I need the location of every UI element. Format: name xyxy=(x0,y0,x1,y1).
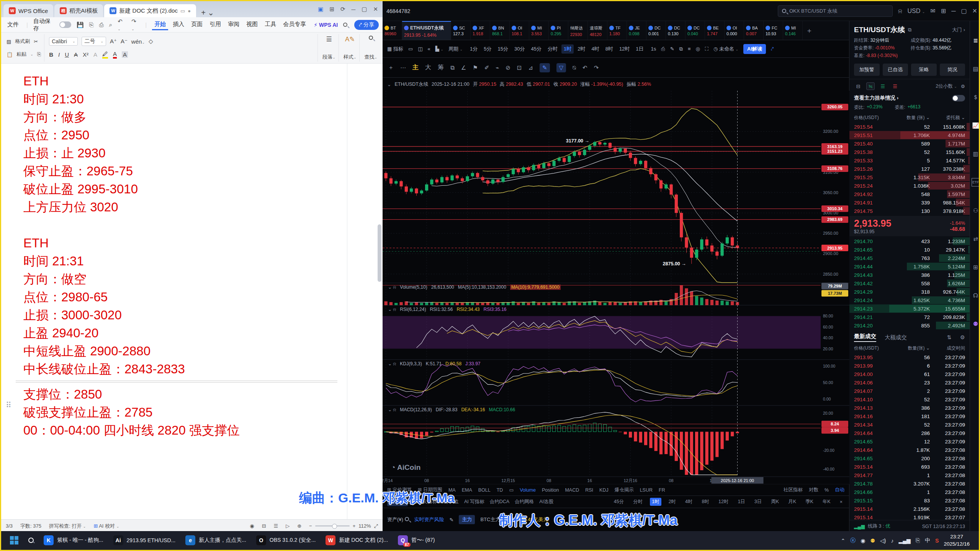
bell-icon[interactable]: ⍾ xyxy=(898,8,902,15)
ticker-DC[interactable]: DC0.130 xyxy=(666,21,686,40)
tf2-周K[interactable]: 周K xyxy=(769,498,781,506)
tf-45分[interactable]: 45分 xyxy=(528,44,543,54)
search-icon[interactable] xyxy=(343,23,347,27)
tf2-4时[interactable]: 4时 xyxy=(683,498,694,506)
tf-1日[interactable]: 1日 xyxy=(633,44,646,54)
add-ticker-button[interactable]: ＋ xyxy=(803,21,816,40)
trash-icon[interactable]: ⍉ xyxy=(573,64,576,71)
cast-icon[interactable]: ▣ xyxy=(318,6,323,13)
ticker-PI[interactable]: PI0.295 xyxy=(549,21,568,40)
ticker-JE[interactable]: JE0.098 xyxy=(627,21,646,40)
trade-row[interactable]: 2913.955623:27:09 xyxy=(849,353,970,361)
trade-row[interactable]: 2914.6428623:27:09 xyxy=(849,429,970,437)
ticker-DC[interactable]: DC0.040 xyxy=(686,21,705,40)
minimize-button[interactable]: ─ xyxy=(352,6,356,13)
tab-latest-trades[interactable]: 最新成交 xyxy=(854,333,876,342)
indicator-tab-FR[interactable]: FR xyxy=(659,487,665,493)
ticker-BT[interactable]: BT86960 xyxy=(383,21,402,40)
tf-8时[interactable]: 8时 xyxy=(603,44,615,54)
text-effect-button[interactable]: A xyxy=(93,51,97,58)
decrease-font-button[interactable]: A⁻ xyxy=(121,38,128,45)
trade-row[interactable]: 2915.1469323:27:08 xyxy=(849,463,970,471)
trade-row[interactable]: 2915.158323:27:08 xyxy=(849,496,970,505)
book-mode-2-icon[interactable]: ≒ xyxy=(866,82,875,90)
bid-row[interactable]: 2914.208552.492M xyxy=(849,321,970,330)
ticker-OI[interactable]: OI108.1 xyxy=(510,21,529,40)
ticker-纳斯达[interactable]: 纳斯达22930 xyxy=(568,21,588,40)
stats-icon[interactable]: ▥ xyxy=(972,150,980,158)
ask-row[interactable]: 2915.511.706K4.974M xyxy=(849,131,970,139)
ai-interpret-button[interactable]: AI解读 xyxy=(743,44,766,54)
format-painter-button[interactable]: ▨格式刷✂ xyxy=(7,35,41,47)
usb-icon[interactable]: ⎘ xyxy=(916,537,920,544)
tf2-年K[interactable]: 年K xyxy=(821,498,833,506)
tab-chips[interactable]: 筹 xyxy=(438,64,444,72)
tf-12时[interactable]: 12时 xyxy=(617,44,632,54)
tf2-季K[interactable]: 季K xyxy=(803,498,815,506)
line-tool-icon[interactable]: ∠ xyxy=(461,64,466,71)
ticker-BE[interactable]: BE1.747 xyxy=(705,21,725,40)
book-mode-3-icon[interactable]: ☰ xyxy=(879,82,887,90)
start-button[interactable] xyxy=(5,531,23,550)
layout-icon[interactable]: ⊞ xyxy=(972,263,980,271)
zoom-out-button[interactable]: − xyxy=(309,523,312,529)
trade-row[interactable]: 2914.1618123:27:09 xyxy=(849,412,970,420)
indicator-tab-KDJ[interactable]: KDJ xyxy=(599,487,609,493)
currency-select[interactable]: USD ⌄ xyxy=(908,8,925,15)
volume-icon[interactable]: ◁) xyxy=(880,538,886,544)
tab-current-doc[interactable]: W 新建 DOC 文档 (2).doc ▭ ● xyxy=(104,4,196,17)
tray-expand-icon[interactable]: ⌃ xyxy=(841,538,845,544)
lock-icon[interactable]: ⊡ xyxy=(517,64,522,71)
tf2-12时[interactable]: 12时 xyxy=(717,498,730,506)
ribbon-tab-引用[interactable]: 引用 xyxy=(207,20,223,30)
play-icon[interactable]: ▷ xyxy=(286,523,290,529)
page-layout-icon[interactable]: ⊟ xyxy=(262,523,266,529)
zoom-in-button[interactable]: + xyxy=(353,523,356,529)
chart-opt-%[interactable]: % xyxy=(825,487,829,493)
chart-opt-社区指标[interactable]: 社区指标 xyxy=(784,487,803,493)
whale-orders-link[interactable]: 查看主力挂单情况 › xyxy=(849,93,970,103)
etf-icon[interactable]: ETF xyxy=(972,178,980,186)
paragraph-drag-handle[interactable]: ⠿ xyxy=(6,401,11,410)
res-1s[interactable]: 1s xyxy=(651,46,656,52)
realtime-risk-link[interactable]: 实时资产风险 xyxy=(414,516,444,523)
bid-row[interactable]: 2914.241.625K4.736M xyxy=(849,296,970,304)
ai-assistant-icon[interactable]: ⚉ xyxy=(972,320,980,328)
panel-button-加预警[interactable]: 加预警 xyxy=(854,64,880,76)
undo-icon[interactable]: ↶ ⌄ xyxy=(118,18,126,31)
redo-icon[interactable]: ↷ ⌄ xyxy=(131,18,140,31)
mic-icon[interactable]: ♪ xyxy=(891,538,893,544)
flag-icon[interactable]: ⚑ xyxy=(473,64,478,71)
sogou-icon[interactable]: S xyxy=(935,538,939,544)
zoom-level[interactable]: 112% xyxy=(358,523,371,529)
styles-menu[interactable]: 样式⌄ xyxy=(344,54,357,60)
panel-button-已自选[interactable]: 已自选 xyxy=(883,64,908,76)
compare-icon[interactable]: ▭ xyxy=(408,46,413,52)
bot-icon[interactable]: ⚇ xyxy=(972,206,980,215)
ask-row[interactable]: 2915.241.036K3.02M xyxy=(849,181,970,190)
gear-icon[interactable]: ⚙ xyxy=(960,334,965,340)
funds-icon[interactable]: ＄ xyxy=(972,93,980,101)
chart-opt-自动[interactable]: 自动 xyxy=(835,487,844,493)
ribbon-tab-视图[interactable]: 视图 xyxy=(244,20,260,30)
underline-button[interactable]: U xyxy=(65,51,69,58)
maximize-button[interactable]: ▢ xyxy=(362,6,367,13)
tf-2时[interactable]: 2时 xyxy=(575,44,587,54)
wps-scrollbar[interactable] xyxy=(378,224,381,282)
ma-tab-TD[interactable]: TD xyxy=(497,487,503,493)
trade-row[interactable]: 2914.6520023:27:08 xyxy=(849,454,970,463)
word-count[interactable]: 字数: 375 xyxy=(20,523,41,530)
fit-icon[interactable]: ⤢ xyxy=(374,523,378,529)
document-area[interactable]: ETH时间 21:30方向：做多点位：2950止损：止 2930保守止盈：296… xyxy=(1,64,383,519)
target-icon[interactable]: ◎ xyxy=(696,46,700,52)
autosave-toggle[interactable] xyxy=(59,21,71,28)
tag-icon[interactable]: ✐ xyxy=(484,64,489,71)
trade-row[interactable]: 2914.062323:27:09 xyxy=(849,378,970,387)
tf2-分时[interactable]: 分时 xyxy=(631,498,645,506)
tf-分时[interactable]: 分时 xyxy=(545,44,560,54)
magnet-tool-active[interactable]: ✎ xyxy=(540,63,550,72)
network-icon[interactable]: ▂▄▆ xyxy=(898,538,910,544)
tab-main-chart[interactable]: 主 xyxy=(412,64,419,72)
edit-icon[interactable]: ⧉ xyxy=(450,64,455,71)
bid-row[interactable]: 2914.235.372K15.655M xyxy=(849,304,970,313)
